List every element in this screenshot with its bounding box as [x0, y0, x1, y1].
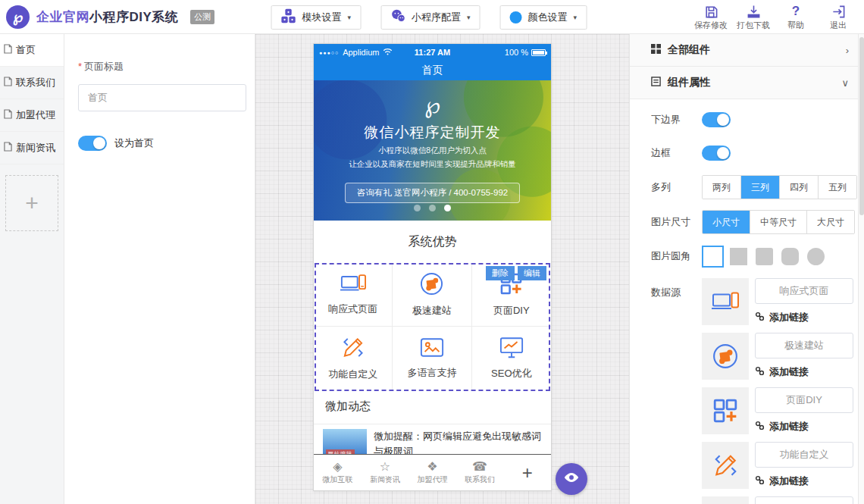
columns-option-2[interactable]: 两列 [703, 176, 741, 199]
bottom-border-row: 下边界 [630, 108, 858, 131]
size-large[interactable]: 大尺寸 [807, 211, 854, 233]
image-icon [420, 337, 444, 361]
feature-responsive[interactable]: 响应式页面 [314, 264, 393, 327]
datasource-name-input[interactable] [755, 496, 853, 504]
link-icon [755, 421, 765, 433]
carousel-dot-active [444, 205, 451, 211]
signal-dots-icon: ●●●○○ [319, 50, 339, 55]
border-row: 边框 [630, 142, 858, 164]
scrollbar[interactable] [858, 34, 864, 504]
size-small-selected[interactable]: 小尺寸 [703, 211, 750, 233]
add-link-button[interactable]: 添加链接 [755, 311, 853, 324]
component-properties-header[interactable]: 组件属性 ∨ [630, 67, 858, 99]
link-icon [755, 475, 765, 487]
image-size-row: 图片尺寸 小尺寸 中等尺寸 大尺寸 [630, 210, 858, 234]
feature-custom[interactable]: 功能自定义 [314, 327, 393, 390]
add-link-button[interactable]: 添加链接 [755, 365, 853, 379]
help-label: 帮助 [787, 20, 804, 31]
radius-option-circle[interactable] [805, 246, 827, 268]
sidebar-page-home[interactable]: 首页 [0, 34, 64, 67]
edit-button[interactable]: 编辑 [518, 266, 546, 280]
sidebar-page-agent[interactable]: 加盟代理 [0, 99, 64, 132]
exit-button[interactable]: 退出 [819, 4, 858, 31]
columns-option-4[interactable]: 四列 [780, 176, 819, 199]
modules-settings-dropdown[interactable]: 模块设置 ▾ [271, 5, 362, 30]
header-actions: 保存修改 打包下载 ? 帮助 退出 [691, 0, 858, 34]
size-medium[interactable]: 中等尺寸 [750, 211, 807, 233]
add-link-button[interactable]: 添加链接 [755, 420, 853, 434]
image-size-segmented-control: 小尺寸 中等尺寸 大尺寸 [702, 210, 855, 234]
all-components-header[interactable]: 全部组件 › [630, 34, 858, 67]
add-page-button[interactable]: + [5, 175, 58, 231]
help-button[interactable]: ? 帮助 [776, 4, 815, 31]
sidebar-page-contact[interactable]: 联系我们 [0, 67, 64, 99]
news-list-item[interactable]: 网站编辑 微加提醒：网页编辑应避免出现敏感词与极限词 [314, 424, 551, 455]
set-home-label: 设为首页 [114, 136, 154, 150]
chevron-right-icon: › [846, 45, 849, 56]
phone-icon: ☎ [472, 461, 487, 473]
responsive-icon [702, 278, 749, 325]
design-canvas: ●●●○○ Applidium 11:27 AM 100 % 首页 ℘ 微信小程… [255, 34, 629, 504]
save-button[interactable]: 保存修改 [691, 4, 731, 31]
sidebar-page-news[interactable]: 新闻资讯 [0, 132, 64, 164]
tags-icon: ❖ [427, 461, 437, 473]
battery-percent: 100 % [505, 48, 528, 57]
advantages-section-title: 系统优势 [314, 221, 551, 264]
page-doc-icon [4, 77, 12, 89]
exit-label: 退出 [830, 20, 847, 31]
miniprogram-config-dropdown[interactable]: 小程序配置 ▾ [380, 5, 481, 30]
pencil-icon [341, 336, 365, 362]
datasource-name-input[interactable] [755, 278, 853, 304]
radius-option-0[interactable] [728, 246, 750, 268]
news-thumbnail: 网站编辑 [323, 429, 367, 455]
tab-news[interactable]: ☆ 新闻资讯 [362, 455, 409, 490]
download-icon [747, 4, 761, 19]
tab-agent[interactable]: ❖ 加盟代理 [409, 455, 456, 490]
add-link-button[interactable]: 添加链接 [755, 474, 853, 488]
logo-area: ℘ 企业官网小程序DIY系统 公测 [0, 5, 214, 29]
tab-add-button[interactable]: + [503, 455, 551, 490]
link-icon [755, 311, 765, 324]
bottom-border-toggle[interactable] [702, 112, 731, 127]
miniprogram-config-label: 小程序配置 [412, 11, 461, 24]
radius-option-large[interactable] [779, 246, 801, 268]
app-title-accent: 企业官网 [36, 10, 89, 24]
radius-option-square-selected[interactable] [702, 246, 724, 268]
battery-icon [531, 49, 546, 56]
phone-tab-bar: ◈ 微加互联 ☆ 新闻资讯 ❖ 加盟代理 ☎ 联系我们 + [314, 454, 551, 490]
datasource-name-input[interactable] [755, 442, 853, 468]
set-home-toggle[interactable] [78, 136, 107, 151]
preview-button[interactable] [556, 463, 587, 495]
set-home-row: 设为首页 [78, 136, 241, 151]
hero-banner[interactable]: ℘ 微信小程序定制开发 小程序以微信8亿用户为切入点 让企业以及商家在短时间里实… [314, 80, 551, 221]
radius-options [702, 246, 827, 268]
tab-contact[interactable]: ☎ 联系我们 [456, 455, 504, 490]
page-doc-icon [4, 44, 12, 56]
selection-toolbar: 删除 编辑 [486, 266, 546, 280]
columns-option-3-selected[interactable]: 三列 [741, 176, 780, 199]
datasource-name-input[interactable] [755, 333, 853, 358]
modules-settings-label: 模块设置 [302, 11, 342, 24]
required-mark: * [78, 61, 82, 72]
delete-button[interactable]: 删除 [486, 266, 515, 280]
feature-fast-build[interactable]: 极速建站 [393, 264, 471, 327]
color-settings-dropdown[interactable]: 颜色设置 ▾ [500, 5, 587, 30]
datasource-items: 添加链接 添加链接 [702, 278, 853, 504]
page-title-input[interactable] [78, 84, 246, 111]
carousel-dots [314, 205, 551, 211]
feature-multilang[interactable]: 多语言支持 [393, 327, 471, 390]
border-toggle[interactable] [702, 146, 731, 161]
save-label: 保存修改 [694, 20, 728, 31]
datasource-name-input[interactable] [755, 387, 853, 413]
diy-icon [702, 387, 749, 434]
columns-option-5[interactable]: 五列 [819, 176, 856, 199]
tab-home[interactable]: ◈ 微加互联 [314, 455, 362, 490]
page-item-label: 新闻资讯 [16, 141, 55, 155]
feature-seo[interactable]: SEO优化 [472, 327, 551, 390]
download-label: 打包下载 [737, 20, 770, 31]
download-button[interactable]: 打包下载 [734, 4, 773, 31]
radius-option-small[interactable] [753, 246, 775, 268]
scrollbar-thumb[interactable] [859, 37, 864, 215]
star-icon: ☆ [380, 461, 390, 473]
feature-grid[interactable]: 响应式页面 极速建站 页面DIY 功能自定义 多语言支持 [314, 264, 551, 390]
